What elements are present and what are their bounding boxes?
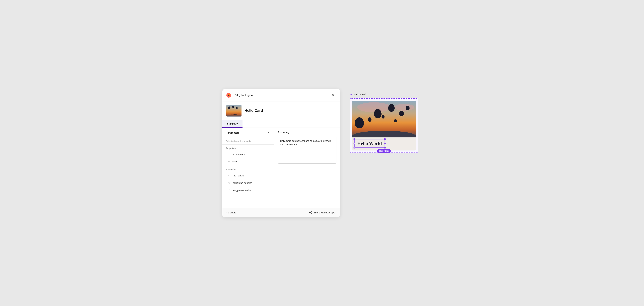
interaction-longpress-handler[interactable]: ☜ longpress-handler — [224, 187, 273, 194]
card-preview-outer: Hello World Hug × Hug — [350, 98, 418, 153]
params-title: Parameters — [226, 131, 240, 134]
relay-logo-icon: 🦊 — [226, 93, 231, 98]
cursor-overlay — [273, 163, 274, 170]
balloon-1 — [355, 117, 364, 128]
svg-point-1 — [311, 213, 312, 214]
handle-bottom-left — [354, 147, 355, 149]
summary-textarea[interactable] — [278, 137, 336, 163]
no-errors-label: No errors — [226, 211, 236, 214]
cursor-icon — [273, 163, 274, 169]
more-menu-button[interactable]: ⋮ — [330, 108, 336, 113]
summary-section-label: Summary — [278, 131, 336, 134]
share-icon — [309, 211, 312, 214]
preview-text: Hello World — [226, 114, 242, 115]
doubletap-handler-label: doubletap-handler — [233, 182, 252, 184]
params-sidebar: Parameters + Select a layer first to add… — [222, 128, 274, 208]
app-title: Relay for Figma — [234, 94, 253, 97]
more-icon: ⋮ — [332, 109, 335, 113]
cloud-2 — [394, 104, 414, 111]
balloon-3 — [388, 104, 394, 112]
card-title: Hello World — [357, 141, 382, 146]
share-label: Share with developer — [314, 211, 336, 214]
panel-footer: No errors Share with developer — [222, 208, 340, 217]
component-header: Hello World Hello Card ⋮ — [222, 101, 340, 120]
component-icon: ✦ — [350, 93, 352, 96]
title-box-wrapper: Hello World — [354, 139, 385, 148]
property-text-content[interactable]: T text-content — [224, 151, 273, 158]
canvas-area: ✦ Hello Card — [346, 89, 422, 156]
header-left: 🦊 Relay for Figma — [226, 93, 253, 98]
svg-line-3 — [310, 211, 311, 212]
svg-point-0 — [311, 211, 312, 212]
card-preview-inner: Hello World Hug × Hug — [352, 101, 416, 151]
handle-top-left — [354, 139, 355, 140]
summary-area: Summary — [274, 128, 340, 208]
longpress-icon: ☜ — [227, 188, 231, 192]
tab-summary[interactable]: Summary — [222, 120, 242, 128]
handle-bottom-right — [384, 147, 386, 149]
interactions-section-label: Interactions — [222, 165, 274, 172]
app-container: 🦊 Relay for Figma × Hello World Hello Ca… — [222, 89, 422, 217]
doubletap-icon: ☜ — [227, 181, 231, 185]
text-icon: T — [227, 153, 230, 156]
properties-section-label: Properties — [222, 145, 274, 151]
interaction-doubletap-handler[interactable]: ☜ doubletap-handler — [224, 179, 273, 186]
tap-handler-label: tap-handler — [233, 174, 245, 177]
balloon-6 — [368, 117, 372, 122]
params-header: Parameters + — [222, 128, 274, 138]
handle-mid-right — [384, 143, 386, 144]
balloon-7 — [382, 115, 384, 119]
close-button[interactable]: × — [330, 93, 336, 98]
tabs-bar: Summary — [222, 120, 340, 128]
panel-header: 🦊 Relay for Figma × — [222, 89, 340, 101]
canvas-label-text: Hello Card — [354, 93, 366, 96]
close-icon: × — [332, 93, 334, 97]
property-color[interactable]: ◈ color — [224, 158, 273, 165]
interaction-tap-handler[interactable]: ☜ tap-handler — [224, 172, 273, 179]
panel-content: Parameters + Select a layer first to add… — [222, 128, 340, 208]
svg-point-2 — [310, 212, 310, 213]
balloon-5 — [406, 106, 410, 110]
card-title-box: Hello World — [354, 139, 385, 148]
hug-badge: Hug × Hug — [377, 149, 391, 153]
balloon-8 — [394, 119, 397, 122]
property-text-content-label: text-content — [232, 153, 245, 156]
balloon-2 — [374, 109, 382, 118]
component-thumbnail: Hello World — [226, 105, 242, 117]
balloon-4 — [399, 111, 404, 116]
share-with-developer-button[interactable]: Share with developer — [309, 211, 336, 214]
handle-mid-left — [354, 143, 355, 144]
card-title-section: Hello World Hug × Hug — [352, 138, 416, 151]
tap-icon: ☜ — [227, 174, 231, 177]
card-image — [352, 101, 416, 138]
svg-line-4 — [310, 212, 311, 213]
select-hint: Select a layer first to add a... — [222, 138, 274, 145]
longpress-handler-label: longpress-handler — [233, 189, 252, 192]
left-panel: 🦊 Relay for Figma × Hello World Hello Ca… — [222, 89, 340, 217]
property-color-label: color — [232, 160, 238, 163]
canvas-component-label: ✦ Hello Card — [350, 93, 366, 96]
cloud-1 — [357, 102, 391, 112]
component-title: Hello Card — [244, 109, 330, 113]
add-parameter-button[interactable]: + — [266, 130, 271, 135]
color-icon: ◈ — [227, 160, 230, 163]
handle-top-right — [384, 139, 386, 140]
